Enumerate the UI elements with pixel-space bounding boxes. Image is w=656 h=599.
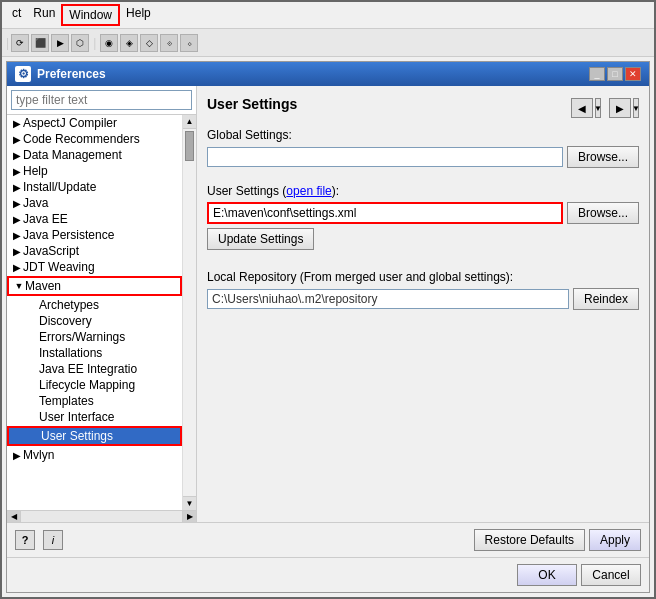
local-repo-label: Local Repository (From merged user and g… [207, 270, 639, 284]
global-settings-input[interactable] [207, 147, 563, 167]
toolbar-icon-6[interactable]: ◈ [120, 34, 138, 52]
forward-dropdown[interactable]: ▼ [633, 98, 639, 118]
reindex-button[interactable]: Reindex [573, 288, 639, 310]
tree-item-install-update[interactable]: ▶ Install/Update [7, 179, 182, 195]
toolbar-icon-3[interactable]: ▶ [51, 34, 69, 52]
right-spacer [207, 310, 639, 512]
back-dropdown[interactable]: ▼ [595, 98, 601, 118]
back-button[interactable]: ◀ [571, 98, 593, 118]
tree-item-javascript[interactable]: ▶ JavaScript [7, 243, 182, 259]
dialog-icon: ⚙ [15, 66, 31, 82]
ok-cancel-bar: OK Cancel [7, 557, 649, 592]
ok-button[interactable]: OK [517, 564, 577, 586]
toolbar-icon-1[interactable]: ⟳ [11, 34, 29, 52]
scroll-down-btn[interactable]: ▼ [183, 496, 196, 510]
tree-item-mvlyn[interactable]: ▶ Mvlyn [7, 447, 182, 463]
maximize-button[interactable]: □ [607, 67, 623, 81]
tree-item-java-ee[interactable]: ▶ Java EE [7, 211, 182, 227]
tree-item-discovery[interactable]: Discovery [7, 313, 182, 329]
nav-controls: ◀ ▼ ▶ ▼ [571, 98, 639, 118]
tree-item-lifecycle-mapping[interactable]: Lifecycle Mapping [7, 377, 182, 393]
menu-item-window[interactable]: Window [61, 4, 120, 26]
toolbar-icon-2[interactable]: ⬛ [31, 34, 49, 52]
tree-item-user-settings[interactable]: User Settings [7, 426, 182, 446]
tree-view: ▶ AspectJ Compiler ▶ Code Recommenders ▶… [7, 115, 182, 510]
section-title: User Settings [207, 96, 297, 112]
tree-item-archetypes[interactable]: Archetypes [7, 297, 182, 313]
local-repo-section: Local Repository (From merged user and g… [207, 270, 639, 310]
tree-item-help[interactable]: ▶ Help [7, 163, 182, 179]
toolbar-sep2: | [93, 36, 96, 50]
tree-item-maven[interactable]: ▼ Maven [7, 276, 182, 296]
tree-item-installations[interactable]: Installations [7, 345, 182, 361]
tree-item-code-recommenders[interactable]: ▶ Code Recommenders [7, 131, 182, 147]
global-settings-label: Global Settings: [207, 128, 639, 142]
filter-input[interactable] [11, 90, 192, 110]
info-icon[interactable]: i [43, 530, 63, 550]
toolbar: | ⟳ ⬛ ▶ ⬡ | ◉ ◈ ◇ ⟐ ⬦ [2, 29, 654, 57]
forward-button[interactable]: ▶ [609, 98, 631, 118]
scroll-thumb[interactable] [185, 131, 194, 161]
user-settings-group: User Settings (open file): Browse... Upd… [207, 184, 639, 250]
toolbar-icon-8[interactable]: ⟐ [160, 34, 178, 52]
help-icon[interactable]: ? [15, 530, 35, 550]
bottom-right-controls: Restore Defaults Apply [474, 529, 641, 551]
bottom-left-controls: ? i [15, 530, 63, 550]
tree-item-jdt-weaving[interactable]: ▶ JDT Weaving [7, 259, 182, 275]
tree-item-java-ee-integration[interactable]: Java EE Integratio [7, 361, 182, 377]
update-settings-button[interactable]: Update Settings [207, 228, 314, 250]
close-button[interactable]: ✕ [625, 67, 641, 81]
toolbar-icon-7[interactable]: ◇ [140, 34, 158, 52]
local-repo-path: C:\Users\niuhao\.m2\repository [207, 289, 569, 309]
tree-scrollbar[interactable]: ▲ ▼ [182, 115, 196, 510]
restore-defaults-button[interactable]: Restore Defaults [474, 529, 585, 551]
dialog-controls: _ □ ✕ [589, 67, 641, 81]
bottom-bar: ? i Restore Defaults Apply [7, 522, 649, 557]
apply-button[interactable]: Apply [589, 529, 641, 551]
filter-box [7, 86, 196, 115]
user-browse-button[interactable]: Browse... [567, 202, 639, 224]
tree-item-errors-warnings[interactable]: Errors/Warnings [7, 329, 182, 345]
menu-item-help[interactable]: Help [120, 4, 157, 26]
menu-item-run[interactable]: Run [27, 4, 61, 26]
user-settings-label: User Settings (open file): [207, 184, 639, 198]
open-file-link[interactable]: open file [286, 184, 331, 198]
toolbar-sep: | [6, 36, 9, 50]
global-browse-button[interactable]: Browse... [567, 146, 639, 168]
scroll-left-btn[interactable]: ◀ [7, 511, 21, 522]
scroll-up-btn[interactable]: ▲ [183, 115, 196, 129]
toolbar-icon-5[interactable]: ◉ [100, 34, 118, 52]
toolbar-icon-9[interactable]: ⬦ [180, 34, 198, 52]
minimize-button[interactable]: _ [589, 67, 605, 81]
tree-item-aspectj[interactable]: ▶ AspectJ Compiler [7, 115, 182, 131]
tree-item-user-interface[interactable]: User Interface [7, 409, 182, 425]
toolbar-icon-4[interactable]: ⬡ [71, 34, 89, 52]
right-panel: User Settings ◀ ▼ ▶ ▼ Global Settings: B… [197, 86, 649, 522]
cancel-button[interactable]: Cancel [581, 564, 641, 586]
menu-item-ct[interactable]: ct [6, 4, 27, 26]
global-settings-group: Global Settings: Browse... [207, 128, 639, 172]
dialog-titlebar: ⚙ Preferences _ □ ✕ [7, 62, 649, 86]
tree-hscrollbar[interactable]: ◀ ▶ [7, 510, 196, 522]
tree-item-java-persistence[interactable]: ▶ Java Persistence [7, 227, 182, 243]
user-settings-input[interactable] [207, 202, 563, 224]
scroll-right-btn[interactable]: ▶ [182, 511, 196, 522]
menubar: ct Run Window Help [2, 2, 654, 29]
tree-item-java[interactable]: ▶ Java [7, 195, 182, 211]
scroll-htrack [21, 511, 182, 522]
dialog-title: Preferences [37, 67, 106, 81]
tree-item-data-management[interactable]: ▶ Data Management [7, 147, 182, 163]
tree-item-templates[interactable]: Templates [7, 393, 182, 409]
